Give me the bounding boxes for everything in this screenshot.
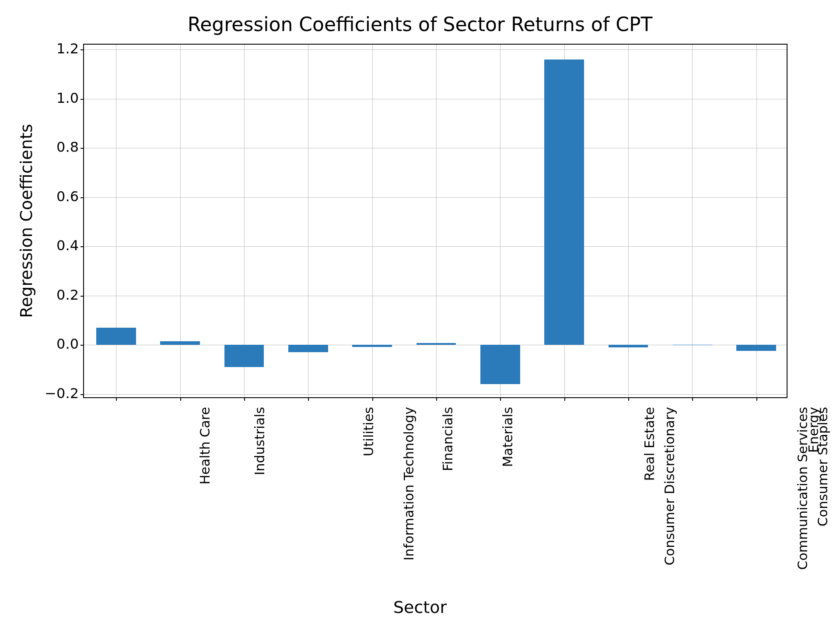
chart-container: Regression Coefficients of Sector Return…	[0, 0, 840, 630]
y-tick-mark	[80, 296, 84, 297]
y-tick-mark	[80, 148, 84, 149]
bar	[224, 345, 264, 367]
bar	[352, 345, 392, 347]
x-tick-label: Real Estate	[642, 407, 657, 481]
y-tick-label: 0.4	[35, 237, 79, 254]
gridline-horizontal	[84, 246, 787, 247]
gridline-horizontal	[84, 394, 787, 395]
x-tick-label: Financials	[440, 407, 455, 471]
bar	[416, 343, 456, 345]
gridline-horizontal	[84, 197, 787, 198]
gridline-vertical	[756, 45, 757, 397]
x-tick-label: Materials	[500, 407, 515, 467]
y-tick-mark	[80, 99, 84, 100]
x-tick-label: Health Care	[197, 407, 213, 485]
x-tick-mark	[436, 397, 437, 401]
y-tick-label: 1.0	[35, 90, 79, 106]
x-tick-label: Information Technology	[401, 407, 416, 560]
gridline-horizontal	[84, 296, 787, 296]
gridline-horizontal	[84, 99, 787, 99]
bar	[672, 345, 712, 345]
x-tick-label: Consumer Discretionary	[662, 407, 678, 565]
y-tick-label: −0.2	[35, 385, 79, 402]
bar	[736, 345, 776, 351]
y-tick-mark	[80, 345, 84, 346]
x-tick-mark	[692, 397, 693, 401]
y-tick-label: 0.0	[35, 336, 79, 352]
x-axis-label: Sector	[0, 598, 840, 617]
y-tick-label: 0.6	[35, 188, 79, 205]
x-tick-mark	[500, 397, 501, 401]
x-tick-mark	[116, 397, 117, 401]
x-tick-mark	[372, 397, 373, 401]
bar	[480, 345, 520, 384]
y-tick-label: 1.2	[35, 40, 79, 57]
y-tick-mark	[80, 49, 84, 50]
x-tick-label: Utilities	[361, 407, 376, 456]
gridline-horizontal	[84, 49, 787, 50]
x-tick-mark	[756, 397, 757, 401]
plot-area	[83, 44, 788, 398]
y-tick-label: 0.8	[35, 139, 79, 155]
y-axis-label: Regression Coefficients	[17, 124, 36, 318]
y-tick-mark	[80, 246, 84, 247]
y-tick-label: 0.2	[35, 287, 79, 303]
gridline-vertical	[308, 45, 308, 397]
gridline-horizontal	[84, 148, 787, 148]
gridline-vertical	[372, 45, 373, 397]
y-tick-mark	[80, 394, 84, 395]
bar	[609, 345, 648, 347]
bar	[544, 60, 584, 345]
x-tick-mark	[244, 397, 245, 401]
y-tick-mark	[80, 197, 84, 198]
x-tick-mark	[180, 397, 181, 401]
bar	[288, 345, 328, 352]
gridline-vertical	[244, 45, 245, 397]
bar	[160, 341, 200, 345]
bar	[96, 328, 136, 345]
gridline-vertical	[692, 45, 693, 397]
x-tick-mark	[564, 397, 565, 401]
x-tick-label: Energy	[806, 407, 821, 453]
gridline-vertical	[500, 45, 500, 397]
gridline-vertical	[628, 45, 629, 397]
x-tick-label: Industrials	[252, 407, 267, 475]
x-tick-mark	[628, 397, 629, 401]
chart-title: Regression Coefficients of Sector Return…	[0, 13, 840, 35]
x-tick-mark	[308, 397, 309, 401]
